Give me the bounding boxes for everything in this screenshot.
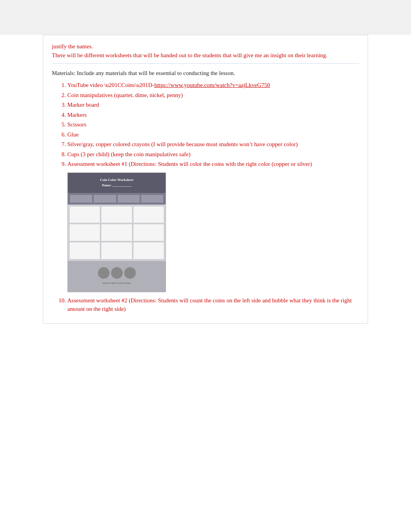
ws-sub-cell xyxy=(141,195,163,203)
content-box: justify the names. There will be differe… xyxy=(43,35,368,324)
ws-sub-cell xyxy=(118,195,140,203)
ws-header: Coin Color WorksheetName: ___________ xyxy=(68,173,166,193)
ws-cell xyxy=(69,206,100,223)
list-item-text: YouTube video \u201CCoins\u201D-https://… xyxy=(67,82,270,88)
list-item-text: Assessment worksheet #1 (Directions: Stu… xyxy=(67,161,312,167)
materials-label: Materials: Include any materials that wi… xyxy=(52,68,359,78)
youtube-link[interactable]: https://www.youtube.com/watch?v=aajLkveG… xyxy=(154,82,270,88)
materials-list: YouTube video \u201CCoins\u201D-https://… xyxy=(52,81,359,314)
ws-footer-row xyxy=(69,267,164,279)
ws-coin-2 xyxy=(111,267,123,279)
list-item: Glue xyxy=(67,130,359,139)
ws-grid xyxy=(68,205,166,261)
divider xyxy=(52,63,359,64)
ws-cell xyxy=(101,224,132,241)
list-item: Silver/gray, copper colored crayons (I w… xyxy=(67,140,359,149)
list-item-text: Marker board xyxy=(67,102,99,108)
list-item: Assessment worksheet #2 (Directions: Stu… xyxy=(67,296,359,314)
ws-header-text: Coin Color WorksheetName: ___________ xyxy=(100,177,133,188)
list-item: Coin manipulatives (quarter, dime, nicke… xyxy=(67,91,359,100)
intro-text: justify the names. There will be differe… xyxy=(52,42,359,60)
list-item-text: Coin manipulatives (quarter, dime, nicke… xyxy=(67,92,183,98)
ws-sub-header xyxy=(68,193,166,205)
ws-footer: quarter dime nickel penny xyxy=(68,261,166,292)
intro-line2: There will be different worksheets that … xyxy=(52,52,327,58)
list-item-text: Cups (3 per child) (keep the coin manipu… xyxy=(67,151,190,157)
worksheet-image: Coin Color WorksheetName: ___________ xyxy=(67,172,166,292)
ws-coin-1 xyxy=(98,267,110,279)
list-item: YouTube video \u201CCoins\u201D-https://… xyxy=(67,81,359,90)
list-item-text: Assessment worksheet #2 (Directions: Stu… xyxy=(67,297,352,312)
list-item: Markers xyxy=(67,111,359,119)
ws-footer-text: quarter dime nickel penny xyxy=(103,281,131,285)
intro-line1: justify the names. xyxy=(52,43,93,49)
ws-cell xyxy=(69,224,100,241)
list-item: Assessment worksheet #1 (Directions: Stu… xyxy=(67,160,359,292)
ws-sub-cell xyxy=(94,195,116,203)
list-item: Scissors xyxy=(67,120,359,129)
ws-cell xyxy=(101,206,132,223)
list-item: Marker board xyxy=(67,101,359,109)
ws-cell xyxy=(133,206,164,223)
ws-sub-cell xyxy=(70,195,92,203)
page: justify the names. There will be differe… xyxy=(0,35,411,532)
ws-cell xyxy=(133,224,164,241)
ws-coin-3 xyxy=(124,267,136,279)
ws-cell xyxy=(69,242,100,259)
list-item-text: Silver/gray, copper colored crayons (I w… xyxy=(67,141,298,147)
ws-cell xyxy=(101,242,132,259)
list-item: Cups (3 per child) (keep the coin manipu… xyxy=(67,150,359,159)
list-item-scissors: Scissors xyxy=(67,121,86,128)
list-item-text: Markers xyxy=(67,112,87,118)
ws-cell xyxy=(133,242,164,259)
list-item-text: Glue xyxy=(67,131,79,138)
